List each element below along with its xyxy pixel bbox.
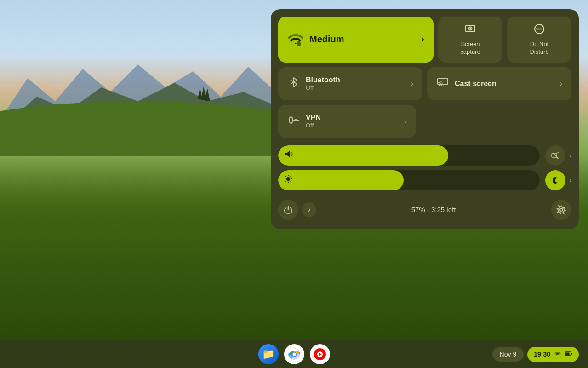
vpn-text: VPN Off xyxy=(306,114,321,129)
svg-point-15 xyxy=(289,117,293,123)
brightness-chevron[interactable]: › xyxy=(569,176,571,184)
bluetooth-subtitle: Off xyxy=(306,84,340,91)
quick-settings-panel: Medium › Screen capture xyxy=(271,9,579,229)
cast-title: Cast screen xyxy=(455,80,497,88)
svg-line-20 xyxy=(556,152,559,154)
do-not-disturb-button[interactable]: Do Not Disturb xyxy=(507,17,571,63)
svg-point-32 xyxy=(560,208,563,211)
mountain-silhouette xyxy=(0,28,276,156)
bluetooth-title: Bluetooth xyxy=(306,76,340,84)
svg-line-30 xyxy=(290,176,291,177)
night-mode-button[interactable] xyxy=(545,170,565,190)
volume-right: › xyxy=(545,145,571,166)
vpn-left: VPN Off xyxy=(287,114,321,129)
power-button[interactable] xyxy=(278,200,298,220)
brightness-icon xyxy=(284,174,293,186)
time-display[interactable]: 19:30 xyxy=(527,347,579,362)
wifi-button[interactable]: Medium › xyxy=(278,17,434,63)
vpn-title: VPN xyxy=(306,114,321,122)
wifi-label: Medium xyxy=(309,34,344,45)
screen-capture-icon xyxy=(464,23,476,38)
svg-rect-6 xyxy=(297,42,301,46)
screen-capture-label: Screen capture xyxy=(460,40,480,56)
wifi-icon xyxy=(287,31,304,48)
volume-slider-row: › xyxy=(278,145,571,166)
bluetooth-left: Bluetooth Off xyxy=(287,76,340,91)
brightness-slider[interactable] xyxy=(278,170,540,190)
volume-icon xyxy=(284,150,293,161)
svg-rect-42 xyxy=(566,353,570,355)
taskbar-wifi-icon xyxy=(554,351,561,358)
qs-bottom-row: ∨ 57% - 3:25 left xyxy=(278,198,571,222)
power-dropdown-icon: ∨ xyxy=(307,207,311,213)
svg-line-12 xyxy=(291,80,294,82)
taskbar-app-youtube-music[interactable] xyxy=(310,344,330,364)
youtube-music-icon xyxy=(314,348,326,361)
svg-point-9 xyxy=(470,28,471,29)
svg-line-29 xyxy=(290,181,291,182)
screen-capture-button[interactable]: Screen capture xyxy=(438,17,502,63)
do-not-disturb-icon xyxy=(533,23,545,38)
sliders-section: › xyxy=(278,143,571,193)
qs-row-2: Bluetooth Off › Cast screen xyxy=(278,67,571,100)
taskbar: 📁 Nov 9 19:30 xyxy=(0,340,588,368)
files-icon: 📁 xyxy=(262,348,274,360)
settings-button[interactable] xyxy=(551,200,571,220)
wifi-left: Medium xyxy=(287,31,344,48)
brightness-slider-row: › xyxy=(278,170,571,190)
svg-point-36 xyxy=(292,353,296,356)
vpn-icon xyxy=(287,115,300,127)
cast-chevron: › xyxy=(560,80,562,88)
taskbar-app-files[interactable]: 📁 xyxy=(258,344,279,364)
svg-line-13 xyxy=(291,82,294,84)
bluetooth-button[interactable]: Bluetooth Off › xyxy=(278,67,422,100)
battery-status: 57% - 3:25 left xyxy=(411,206,456,213)
chrome-icon xyxy=(288,348,301,361)
do-not-disturb-label: Do Not Disturb xyxy=(530,40,548,56)
cast-left: Cast screen xyxy=(436,77,497,90)
time-text: 19:30 xyxy=(534,351,550,358)
taskbar-app-chrome[interactable] xyxy=(284,344,304,364)
vpn-subtitle: Off xyxy=(306,122,321,129)
wifi-chevron: › xyxy=(422,34,424,44)
bluetooth-text: Bluetooth Off xyxy=(306,76,340,91)
cast-icon xyxy=(436,77,449,90)
svg-marker-18 xyxy=(285,151,290,157)
cast-screen-button[interactable]: Cast screen › xyxy=(427,67,571,100)
qs-row-3: VPN Off › xyxy=(278,105,571,138)
vpn-button[interactable]: VPN Off › xyxy=(278,105,416,138)
bluetooth-icon xyxy=(287,76,300,91)
volume-chevron[interactable]: › xyxy=(569,151,571,160)
brightness-right: › xyxy=(545,170,571,190)
svg-line-28 xyxy=(285,176,286,177)
svg-point-17 xyxy=(295,119,297,121)
svg-point-5 xyxy=(0,101,276,156)
svg-line-31 xyxy=(285,181,286,182)
bluetooth-chevron: › xyxy=(411,80,413,88)
vpn-chevron: › xyxy=(405,117,407,126)
date-display[interactable]: Nov 9 xyxy=(492,347,524,362)
svg-rect-41 xyxy=(571,353,572,355)
taskbar-battery-icon xyxy=(565,351,572,358)
cast-text: Cast screen xyxy=(455,80,497,88)
svg-point-23 xyxy=(286,177,290,181)
volume-slider[interactable] xyxy=(278,145,540,166)
power-section: ∨ xyxy=(278,200,316,220)
qs-row-1: Medium › Screen capture xyxy=(278,17,571,63)
mute-toggle-button[interactable] xyxy=(545,145,565,166)
taskbar-apps: 📁 xyxy=(258,344,330,364)
taskbar-right: Nov 9 19:30 xyxy=(492,347,579,362)
power-menu-button[interactable]: ∨ xyxy=(302,202,316,217)
